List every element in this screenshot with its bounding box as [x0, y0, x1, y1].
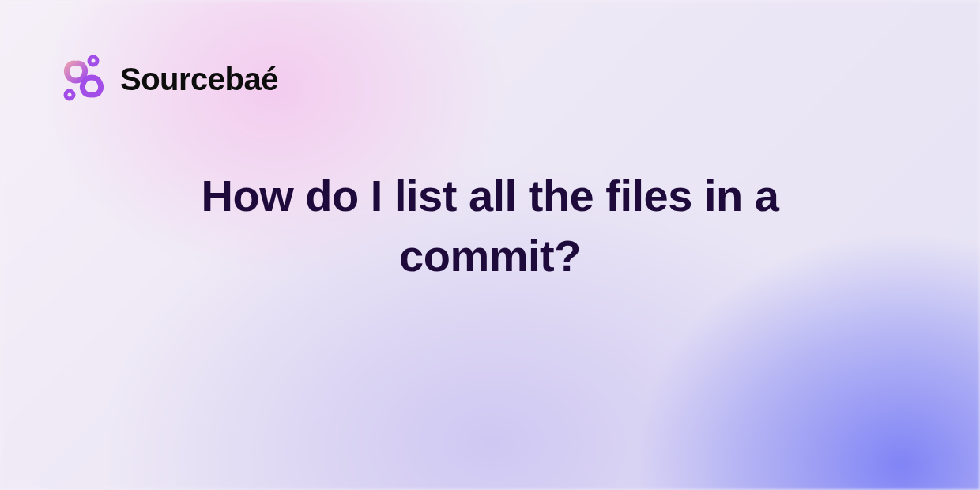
article-title: How do I list all the files in a commit? [0, 166, 980, 285]
brand-block: Sourcebaé [58, 54, 278, 104]
brand-name: Sourcebaé [120, 62, 278, 97]
brand-logo-icon [58, 54, 109, 104]
svg-point-0 [89, 57, 97, 65]
svg-point-1 [66, 91, 74, 99]
